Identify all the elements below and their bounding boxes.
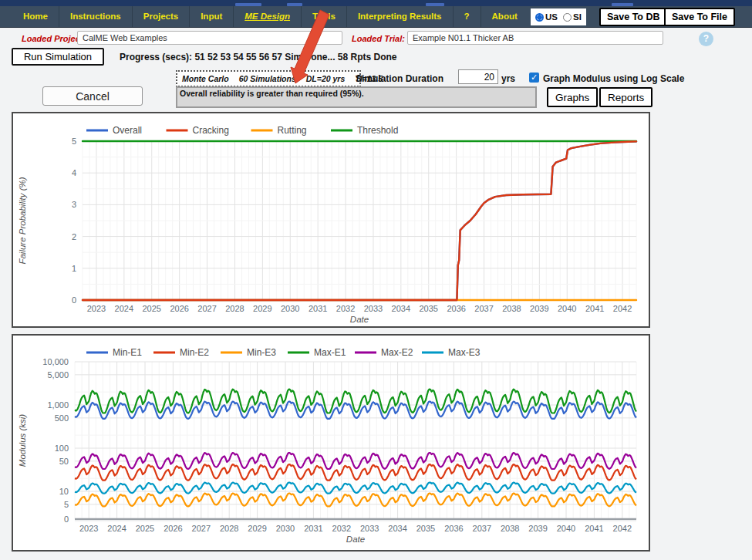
modulus-chart: 10,0005,0001,000500100501050Min-E1Min-E2… [12,334,650,552]
loaded-project-input[interactable] [77,31,342,45]
svg-text:2026: 2026 [170,304,188,313]
svg-text:Threshold: Threshold [357,125,398,136]
units-si-label: SI [573,12,582,22]
nav-item-tools[interactable]: Tools [301,6,346,27]
svg-text:2031: 2031 [309,304,327,313]
svg-text:2028: 2028 [225,304,244,313]
status-message-text: Overall reliability is greater than requ… [177,88,535,99]
radio-dot-icon [563,13,572,22]
svg-text:Date: Date [350,315,369,323]
svg-text:2042: 2042 [613,524,632,533]
svg-text:2033: 2033 [364,304,383,313]
svg-text:2023: 2023 [79,524,98,533]
svg-text:2024: 2024 [115,304,133,313]
svg-text:2042: 2042 [613,304,632,313]
svg-text:500: 500 [55,413,69,423]
run-simulation-button[interactable]: Run Simulation [12,48,104,66]
nav-item-home[interactable]: Home [12,6,59,27]
svg-text:2037: 2037 [474,304,493,313]
log-scale-checkbox[interactable] [529,73,539,83]
radio-dot-icon [535,13,544,22]
save-to-db-button[interactable]: Save To DB [599,8,668,26]
status-message-box: Overall reliability is greater than requ… [176,86,537,108]
svg-text:Failure Probability (%): Failure Probability (%) [18,177,27,264]
clipped-banner [0,0,752,6]
nav-item-me-design[interactable]: ME Design [233,6,301,27]
svg-text:2024: 2024 [107,524,126,533]
reports-button[interactable]: Reports [599,87,653,107]
nav-item-projects[interactable]: Projects [132,6,189,27]
svg-text:2029: 2029 [248,524,266,533]
units-radio-si[interactable]: SI [563,12,582,22]
simulation-duration-input[interactable] [458,69,498,84]
mc-mode: Monte Carlo [182,74,229,83]
svg-text:2034: 2034 [388,524,406,533]
svg-text:Max-E2: Max-E2 [381,347,413,358]
nav-item-help[interactable]: ? [453,6,481,27]
svg-text:2031: 2031 [304,524,322,533]
svg-text:2030: 2030 [281,304,299,313]
svg-text:Date: Date [346,535,365,544]
svg-text:5: 5 [72,137,76,146]
mc-simulations: 60 Simulations [239,74,296,83]
svg-text:2036: 2036 [447,304,465,313]
save-to-file-button[interactable]: Save To File [664,8,735,26]
progress-text: Progress (secs): 51 52 53 54 55 56 57 Si… [120,52,397,62]
svg-text:2040: 2040 [558,304,576,313]
svg-text:Min-E1: Min-E1 [113,347,142,358]
loaded-project-label: Loaded Project: [22,34,86,43]
svg-text:2: 2 [72,232,76,241]
svg-text:0: 0 [72,295,76,305]
svg-text:Modulus (ksi): Modulus (ksi) [18,414,27,467]
svg-text:4: 4 [72,168,76,177]
svg-text:2025: 2025 [143,304,161,313]
svg-text:2039: 2039 [530,304,548,313]
svg-text:2036: 2036 [444,524,463,533]
units-radio-us[interactable]: US [535,12,558,22]
svg-text:Rutting: Rutting [278,125,307,136]
svg-text:2037: 2037 [473,524,491,533]
svg-text:1: 1 [72,264,76,273]
svg-text:Max-E3: Max-E3 [448,347,481,358]
svg-text:2027: 2027 [192,524,211,533]
svg-text:2039: 2039 [528,524,547,533]
loaded-trial-label: Loaded Trial: [352,34,405,43]
svg-text:Min-E3: Min-E3 [247,347,276,358]
svg-text:2023: 2023 [87,304,106,313]
svg-text:2038: 2038 [502,304,521,313]
help-icon[interactable]: ? [699,32,713,46]
nav-item-interpreting-results[interactable]: Interpreting Results [346,6,453,27]
svg-text:100: 100 [55,444,69,453]
graphs-button[interactable]: Graphs [547,87,598,107]
svg-text:2026: 2026 [164,524,182,533]
svg-text:2025: 2025 [136,524,154,533]
duration-units-label: yrs [501,73,515,84]
mc-design-life: DL=20 yrs [306,74,346,83]
svg-text:3: 3 [72,200,76,209]
svg-text:2041: 2041 [585,304,604,313]
svg-text:2027: 2027 [197,304,216,313]
cancel-button[interactable]: Cancel [42,86,143,106]
nav-item-about[interactable]: About [481,6,528,27]
nav-item-input[interactable]: Input [189,6,233,27]
simulation-duration-label: Simulation Duration [356,73,443,84]
svg-text:2035: 2035 [420,304,438,313]
modulus-plot: 10,0005,0001,000500100501050Min-E1Min-E2… [13,336,646,547]
svg-text:2041: 2041 [585,524,603,533]
loaded-trial-input[interactable] [407,31,663,45]
svg-text:2029: 2029 [253,304,271,313]
svg-text:50: 50 [59,457,69,466]
svg-text:2034: 2034 [392,304,410,313]
svg-text:2028: 2028 [220,524,238,533]
svg-text:2032: 2032 [332,524,351,533]
units-us-label: US [545,12,558,22]
svg-text:2032: 2032 [336,304,355,313]
svg-text:Overall: Overall [113,125,142,136]
svg-text:0: 0 [64,514,69,524]
svg-text:5: 5 [64,500,69,509]
nav-item-instructions[interactable]: Instructions [59,6,132,27]
svg-text:Max-E1: Max-E1 [314,347,346,358]
svg-text:5,000: 5,000 [47,370,69,380]
svg-text:1,000: 1,000 [47,400,69,410]
svg-text:10,000: 10,000 [42,357,69,366]
